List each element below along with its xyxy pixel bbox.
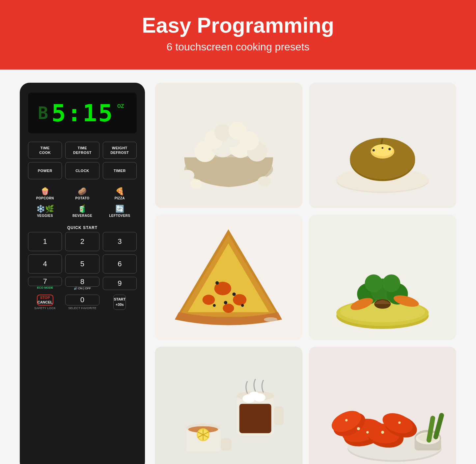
main-content: B 5:15 oz TIMECOOK TIMEDEFROST WEIGHTDEF… bbox=[0, 70, 476, 464]
stop-text: STOP bbox=[40, 295, 50, 300]
bottom-row-wrapper: STOP CANCEL SAFETY LOCK 0 SELECT FAVORIT… bbox=[28, 295, 137, 313]
safety-lock-label: SAFETY LOCK bbox=[34, 306, 56, 310]
num-9-button[interactable]: 9 bbox=[103, 277, 137, 290]
food-image-potato bbox=[309, 83, 457, 208]
start-text: START bbox=[114, 297, 126, 302]
svg-point-28 bbox=[223, 304, 234, 313]
svg-point-42 bbox=[382, 275, 400, 292]
num-9-wrapper: 9 bbox=[103, 277, 137, 290]
svg-point-79 bbox=[366, 431, 369, 433]
food-image-beverages bbox=[155, 347, 302, 464]
svg-point-20 bbox=[388, 148, 391, 150]
svg-point-21 bbox=[382, 147, 383, 149]
svg-point-27 bbox=[203, 295, 215, 305]
numpad-row-3-wrapper: 7 ECO MODE 8 🔊 ON | OFF 9 bbox=[28, 277, 137, 293]
page-title: Easy Programming bbox=[7, 13, 469, 38]
leftovers-label: LEFTOVERS bbox=[109, 214, 130, 218]
cancel-text: CANCEL bbox=[38, 300, 53, 304]
num-0-wrapper: 0 SELECT FAVORITE bbox=[65, 295, 99, 310]
svg-point-78 bbox=[357, 427, 360, 430]
svg-point-18 bbox=[372, 144, 393, 156]
popcorn-label: POPCORN bbox=[36, 196, 54, 200]
veggies-button[interactable]: ❄️🌿 VEGGIES bbox=[28, 203, 62, 219]
svg-rect-57 bbox=[274, 407, 283, 425]
header-section: Easy Programming 6 touchscreen cooking p… bbox=[0, 0, 476, 70]
svg-point-32 bbox=[213, 304, 216, 307]
preset-row-2: ❄️🌿 VEGGIES 🧃 BEVERAGE 🔄 LEFTOVERS bbox=[28, 203, 137, 219]
bottom-row: STOP CANCEL SAFETY LOCK 0 SELECT FAVORIT… bbox=[28, 295, 137, 310]
svg-point-12 bbox=[258, 176, 271, 186]
food-image-wings bbox=[309, 347, 457, 464]
num-2-button[interactable]: 2 bbox=[65, 232, 99, 251]
microwave-panel: B 5:15 oz TIMECOOK TIMEDEFROST WEIGHTDEF… bbox=[20, 83, 145, 464]
display-area: B 5:15 oz bbox=[28, 93, 137, 133]
beverage-icon: 🧃 bbox=[78, 205, 87, 213]
num-1-button[interactable]: 1 bbox=[28, 232, 62, 251]
leftovers-button[interactable]: 🔄 LEFTOVERS bbox=[103, 203, 137, 219]
control-row-1: TIMECOOK TIMEDEFROST WEIGHTDEFROST bbox=[28, 142, 137, 159]
beverage-button[interactable]: 🧃 BEVERAGE bbox=[65, 203, 99, 219]
stop-cancel-wrapper: STOP CANCEL SAFETY LOCK bbox=[28, 295, 62, 310]
svg-point-8 bbox=[214, 124, 231, 141]
pizza-button[interactable]: 🍕 PIZZA bbox=[103, 186, 137, 202]
sound-label: 🔊 ON | OFF bbox=[74, 287, 91, 290]
num-7-button[interactable]: 7 bbox=[28, 277, 62, 286]
svg-point-31 bbox=[224, 301, 227, 304]
power-button[interactable]: POWER bbox=[28, 162, 62, 179]
page-subtitle: 6 touchscreen cooking presets bbox=[7, 41, 469, 53]
select-favorite-label: SELECT FAVORITE bbox=[68, 306, 97, 310]
eco-mode-label: ECO MODE bbox=[28, 286, 62, 289]
control-row-2: POWER CLOCK TIMER bbox=[28, 162, 137, 179]
svg-point-10 bbox=[180, 170, 194, 180]
timer-button[interactable]: TIMER bbox=[103, 162, 137, 179]
svg-point-41 bbox=[365, 275, 382, 292]
beverage-label: BEVERAGE bbox=[72, 214, 92, 218]
num-4-button[interactable]: 4 bbox=[28, 254, 62, 274]
quick-start-label: QUICK START bbox=[28, 225, 137, 230]
pizza-label: PIZZA bbox=[115, 196, 125, 200]
potato-icon: 🥔 bbox=[78, 188, 87, 195]
svg-point-9 bbox=[229, 122, 246, 139]
svg-rect-48 bbox=[221, 439, 231, 450]
food-card-beverages bbox=[155, 347, 302, 464]
svg-point-82 bbox=[398, 421, 401, 424]
svg-rect-61 bbox=[239, 404, 271, 433]
num-3-button[interactable]: 3 bbox=[103, 232, 137, 251]
svg-point-80 bbox=[381, 431, 384, 434]
food-card-potato bbox=[309, 83, 457, 208]
potato-label: POTATO bbox=[75, 196, 89, 200]
food-image-veggies bbox=[309, 215, 457, 340]
food-image-pizza bbox=[155, 215, 302, 340]
food-image-popcorn bbox=[155, 83, 302, 208]
svg-point-19 bbox=[373, 149, 375, 151]
svg-point-30 bbox=[233, 293, 236, 296]
svg-point-29 bbox=[215, 281, 219, 285]
time-cook-button[interactable]: TIMECOOK bbox=[28, 142, 62, 159]
num-0-button[interactable]: 0 bbox=[65, 295, 99, 305]
stop-cancel-button[interactable]: STOP CANCEL bbox=[37, 295, 53, 305]
popcorn-button[interactable]: 🍿 POPCORN bbox=[28, 186, 62, 202]
start-button[interactable]: START +30s bbox=[113, 295, 126, 310]
svg-point-11 bbox=[190, 179, 202, 189]
pizza-icon: 🍕 bbox=[115, 188, 124, 195]
display-time: 5:15 bbox=[51, 99, 114, 127]
num-5-button[interactable]: 5 bbox=[65, 254, 99, 274]
num-8-button[interactable]: 8 bbox=[65, 277, 99, 287]
svg-point-34 bbox=[264, 317, 278, 322]
sound-icon: 🔊 bbox=[74, 287, 77, 290]
numpad-row-2: 4 5 6 bbox=[28, 254, 137, 274]
clock-button[interactable]: CLOCK bbox=[65, 162, 99, 179]
num-6-button[interactable]: 6 bbox=[103, 254, 137, 274]
leftovers-icon: 🔄 bbox=[115, 205, 124, 213]
preset-row-1: 🍿 POPCORN 🥔 POTATO 🍕 PIZZA bbox=[28, 186, 137, 202]
food-card-veggies bbox=[309, 215, 457, 340]
time-defrost-button[interactable]: TIMEDEFROST bbox=[65, 142, 99, 159]
weight-defrost-button[interactable]: WEIGHTDEFROST bbox=[103, 142, 137, 159]
start-sub-text: +30s bbox=[116, 302, 124, 307]
svg-point-16 bbox=[350, 138, 415, 179]
food-card-popcorn bbox=[155, 83, 302, 208]
svg-point-81 bbox=[345, 419, 348, 421]
potato-button[interactable]: 🥔 POTATO bbox=[65, 186, 99, 202]
popcorn-icon: 🍿 bbox=[41, 188, 49, 195]
num-7-wrapper: 7 ECO MODE bbox=[28, 277, 62, 290]
